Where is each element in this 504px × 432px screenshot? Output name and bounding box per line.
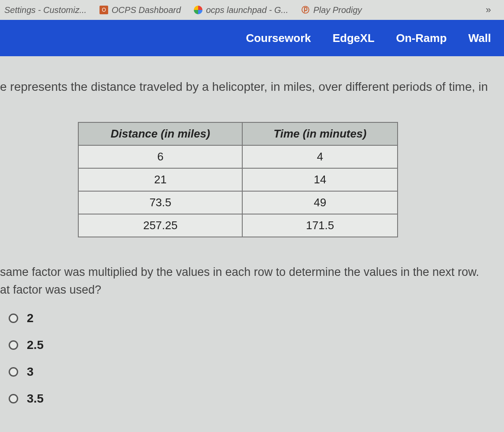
content-area: e represents the distance traveled by a … (0, 56, 504, 406)
bookmark-settings[interactable]: Settings - Customiz... (4, 5, 87, 15)
header-time: Time (in minutes) (242, 122, 398, 145)
option-label: 3.5 (27, 392, 44, 406)
option-label: 2 (27, 311, 34, 325)
option-3[interactable]: 3 (9, 365, 504, 379)
main-nav: Coursework EdgeXL On-Ramp Wall (0, 20, 504, 56)
radio-icon[interactable] (9, 394, 18, 403)
cell-distance: 73.5 (78, 191, 242, 214)
data-table: Distance (in miles) Time (in minutes) 6 … (78, 122, 398, 237)
cell-distance: 257.25 (78, 214, 242, 237)
option-2[interactable]: 2 (9, 311, 504, 325)
table-row: 21 14 (78, 168, 398, 191)
radio-icon[interactable] (9, 314, 18, 323)
question-followup: same factor was multiplied by the values… (0, 255, 504, 303)
nav-wall[interactable]: Wall (469, 32, 491, 45)
option-label: 2.5 (27, 338, 44, 352)
option-label: 3 (27, 365, 34, 379)
table-row: 6 4 (78, 145, 398, 168)
cell-distance: 6 (78, 145, 242, 168)
table-header-row: Distance (in miles) Time (in minutes) (78, 122, 398, 145)
radio-icon[interactable] (9, 340, 18, 350)
google-icon (194, 6, 202, 14)
bookmark-prodigy[interactable]: ⓟ Play Prodigy (301, 5, 362, 15)
bookmarks-more-icon[interactable]: » (486, 4, 491, 16)
ocps-icon: O (100, 6, 108, 14)
prodigy-icon: ⓟ (301, 6, 310, 14)
cell-distance: 21 (78, 168, 242, 191)
option-3-5[interactable]: 3.5 (9, 392, 504, 406)
bookmark-label: Play Prodigy (313, 5, 362, 15)
bookmark-label: ocps launchpad - G... (206, 5, 288, 15)
bookmarks-bar: Settings - Customiz... O OCPS Dashboard … (0, 0, 504, 20)
bookmark-launchpad[interactable]: ocps launchpad - G... (194, 5, 288, 15)
nav-coursework[interactable]: Coursework (246, 32, 311, 45)
nav-onramp[interactable]: On-Ramp (396, 32, 447, 45)
bookmark-label: Settings - Customiz... (4, 5, 87, 15)
table-row: 257.25 171.5 (78, 214, 398, 237)
nav-edgexl[interactable]: EdgeXL (333, 32, 375, 45)
radio-icon[interactable] (9, 367, 18, 377)
cell-time: 4 (242, 145, 398, 168)
cell-time: 49 (242, 191, 398, 214)
cell-time: 171.5 (242, 214, 398, 237)
question-intro: e represents the distance traveled by a … (0, 74, 504, 113)
option-2-5[interactable]: 2.5 (9, 338, 504, 352)
header-distance: Distance (in miles) (78, 122, 242, 145)
cell-time: 14 (242, 168, 398, 191)
bookmark-label: OCPS Dashboard (112, 5, 181, 15)
table-row: 73.5 49 (78, 191, 398, 214)
answer-options: 2 2.5 3 3.5 (0, 303, 504, 406)
bookmark-ocps-dashboard[interactable]: O OCPS Dashboard (100, 5, 181, 15)
